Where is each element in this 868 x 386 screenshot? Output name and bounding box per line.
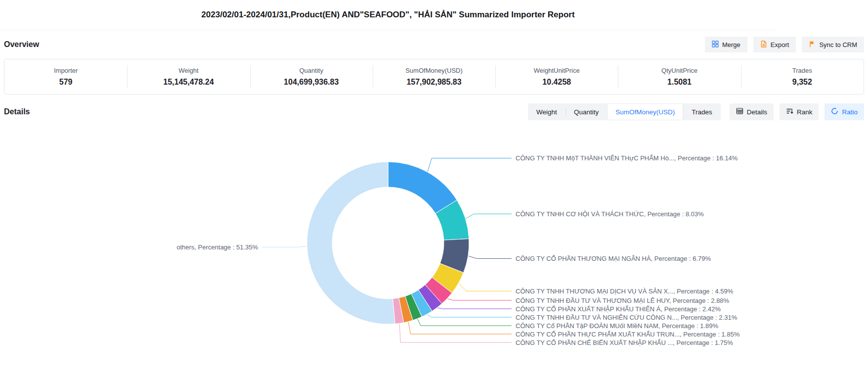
stat-importer: Importer 579: [4, 59, 127, 94]
pie-label-line: [399, 324, 512, 342]
export-icon: [760, 41, 767, 49]
stat-value: 9,352: [792, 78, 812, 87]
pie-label: CÔNG TY CỔ PHẦN CHẾ BIẾN XUẤT NHẬP KHẨU …: [516, 339, 733, 346]
stat-label: WeightUnitPrice: [534, 67, 580, 74]
details-header: Details Weight Quantity SumOfMoney(USD) …: [0, 95, 868, 128]
rank-view-label: Rank: [797, 108, 813, 116]
stat-value: 1.5081: [667, 78, 692, 87]
details-view-label: Details: [747, 108, 767, 116]
details-view-button[interactable]: Details: [730, 103, 774, 120]
tab-trades[interactable]: Trades: [683, 103, 721, 120]
ratio-view-label: Ratio: [842, 108, 858, 116]
pie-label-line: [427, 315, 512, 317]
merge-icon: [712, 41, 719, 49]
stat-weight: Weight 15,145,478.24: [127, 59, 250, 94]
pie-label-line: [469, 256, 512, 258]
sync-to-crm-label: Sync to CRM: [819, 41, 857, 48]
pie-label: CÔNG TY TNHH MộT THÀNH VIÊN THựC PHẨM Hò…: [516, 154, 738, 162]
overview-heading: Overview: [4, 40, 39, 49]
sync-flag-icon: [809, 41, 816, 49]
stat-label: SumOfMoney(USD): [405, 67, 463, 74]
tab-weight[interactable]: Weight: [528, 103, 565, 120]
metric-tabs: Weight Quantity SumOfMoney(USD) Trades: [528, 103, 721, 120]
pie-label-line: [437, 308, 512, 309]
pie-label-line: [466, 214, 512, 218]
stat-label: Weight: [178, 67, 198, 74]
importer-ratio-pie-chart: CÔNG TY TNHH MộT THÀNH VIÊN THựC PHẨM Hò…: [0, 128, 868, 386]
stat-value: 579: [59, 78, 73, 87]
pie-label: CÔNG TY TNHH THƯƠNG MẠI DỊCH VỤ VÀ SẢN X…: [516, 288, 734, 295]
pie-label: CÔNG TY TNHH CƠ HỘI VÀ THÁCH THỨC, Perce…: [516, 210, 704, 218]
pie-slice[interactable]: [307, 162, 395, 324]
export-button-label: Export: [771, 41, 789, 48]
stat-label: Trades: [792, 67, 812, 74]
tab-quantity[interactable]: Quantity: [565, 103, 607, 120]
ratio-chart-area: CÔNG TY TNHH MộT THÀNH VIÊN THựC PHẨM Hò…: [0, 128, 868, 386]
pie-label: CÔNG TY Cổ PHẦN TậP ĐOÀN MUốI MIềN NAM, …: [516, 322, 719, 330]
stat-weight-unit-price: WeightUnitPrice 10.4258: [495, 59, 618, 94]
merge-button[interactable]: Merge: [705, 37, 747, 52]
pie-label-line: [408, 322, 512, 334]
pie-slice[interactable]: [388, 162, 457, 213]
stat-qty-unit-price: QtyUnitPrice 1.5081: [618, 59, 740, 94]
stat-value: 15,145,478.24: [163, 78, 214, 87]
ratio-view-button[interactable]: Ratio: [825, 103, 864, 120]
stat-value: 104,699,936.83: [284, 78, 339, 87]
page-title: 2023/02/01-2024/01/31,Product(EN) AND"SE…: [201, 10, 574, 20]
stat-value: 10.4258: [542, 78, 571, 87]
pie-label: CÔNG TY TNHH ĐẦU TƯ VÀ THƯƠNG MẠI LÊ HUY…: [516, 297, 730, 304]
merge-button-label: Merge: [722, 41, 740, 48]
stat-label: Quantity: [299, 67, 323, 74]
sync-to-crm-button[interactable]: Sync to CRM: [802, 37, 864, 52]
view-mode-buttons: Details Rank Ratio: [730, 103, 864, 120]
pie-label-line: [459, 284, 512, 291]
stat-trades: Trades 9,352: [741, 59, 864, 94]
pie-label: others, Percentage : 51.35%: [176, 243, 258, 251]
pie-label: CÔNG TY CỔ PHẦN THƯƠNG MẠI NGÂN HÀ, Perc…: [516, 255, 711, 262]
pie-label: CÔNG TY CỔ PHẦN THỰC PHẨM XUẤT KHẨU TRUN…: [516, 331, 740, 338]
title-bar: 2023/02/01-2024/01/31,Product(EN) AND"SE…: [0, 0, 776, 30]
pie-label-line: [418, 319, 512, 326]
stat-sum-of-money: SumOfMoney(USD) 157,902,985.83: [373, 59, 495, 94]
overview-header: Overview Merge Export Sync to CRM: [0, 30, 868, 59]
table-icon: [736, 107, 743, 116]
stat-label: Importer: [54, 67, 78, 74]
pie-label-line: [447, 299, 512, 300]
pie-label-line: [428, 158, 512, 172]
refresh-circle-icon: [831, 107, 838, 116]
overview-actions: Merge Export Sync to CRM: [705, 37, 864, 52]
overview-stats: Importer 579 Weight 15,145,478.24 Quanti…: [4, 59, 864, 95]
rank-view-button[interactable]: Rank: [780, 103, 819, 120]
details-heading: Details: [4, 107, 30, 116]
pie-label: CÔNG TY CỔ PHẦN XUẤT NHẬP KHẨU THIÊN Á, …: [516, 305, 721, 313]
pie-label-line: [262, 246, 306, 247]
stat-quantity: Quantity 104,699,936.83: [250, 59, 373, 94]
details-controls: Weight Quantity SumOfMoney(USD) Trades D…: [528, 103, 864, 120]
stat-value: 157,902,985.83: [406, 78, 461, 87]
sort-icon: [786, 107, 793, 116]
export-button[interactable]: Export: [753, 37, 796, 52]
pie-label: CÔNG TY TNHH ĐẦU TƯ VÀ NGHIÊN CỨU CÔNG N…: [516, 314, 738, 321]
tab-sum-of-money[interactable]: SumOfMoney(USD): [607, 103, 683, 120]
stat-label: QtyUnitPrice: [661, 67, 697, 74]
